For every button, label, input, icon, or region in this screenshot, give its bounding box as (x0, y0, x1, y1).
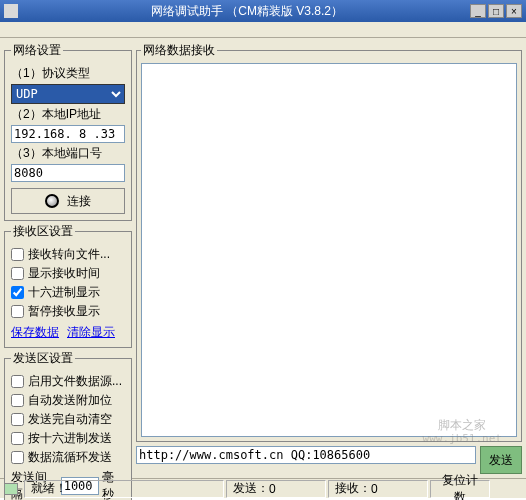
recv-data-group: 网络数据接收 (136, 42, 522, 442)
recv-textarea[interactable] (141, 63, 517, 437)
pause-recv-checkbox[interactable] (11, 305, 24, 318)
send-settings-group: 发送区设置 启用文件数据源... 自动发送附加位 发送完自动清空 按十六进制发送… (4, 350, 132, 500)
send-button[interactable]: 发送 (480, 446, 522, 474)
local-ip-label: （2）本地IP地址 (11, 106, 125, 123)
auto-append-row[interactable]: 自动发送附加位 (11, 392, 125, 409)
window-buttons: _ □ × (470, 4, 522, 18)
auto-clear-row[interactable]: 发送完自动清空 (11, 411, 125, 428)
loop-send-row[interactable]: 数据流循环发送 (11, 449, 125, 466)
status-rx: 接收：0 (328, 480, 428, 498)
connect-button[interactable]: 连接 (11, 188, 125, 214)
send-row: 发送 (136, 446, 522, 474)
maximize-button[interactable]: □ (488, 4, 504, 18)
save-data-link[interactable]: 保存数据 (11, 324, 59, 341)
connect-button-label: 连接 (67, 193, 91, 210)
titlebar: 网络调试助手 （CM精装版 V3.8.2） _ □ × (0, 0, 526, 22)
file-source-row[interactable]: 启用文件数据源... (11, 373, 125, 390)
local-port-label: （3）本地端口号 (11, 145, 125, 162)
send-input[interactable] (136, 446, 476, 464)
file-source-checkbox[interactable] (11, 375, 24, 388)
local-port-input[interactable] (11, 164, 125, 182)
menubar (0, 22, 526, 38)
status-ready: 就绪！ (24, 480, 224, 498)
hex-display-checkbox[interactable] (11, 286, 24, 299)
clear-display-link[interactable]: 清除显示 (67, 324, 115, 341)
close-button[interactable]: × (506, 4, 522, 18)
window-title: 网络调试助手 （CM精装版 V3.8.2） (24, 3, 470, 20)
protocol-label: （1）协议类型 (11, 65, 125, 82)
auto-clear-checkbox[interactable] (11, 413, 24, 426)
hex-send-checkbox[interactable] (11, 432, 24, 445)
recv-settings-legend: 接收区设置 (11, 223, 75, 240)
recv-settings-group: 接收区设置 接收转向文件... 显示接收时间 十六进制显示 暂停接收显示 保存数… (4, 223, 132, 348)
network-settings-group: 网络设置 （1）协议类型 UDP （2）本地IP地址 （3）本地端口号 连接 (4, 42, 132, 221)
hex-send-row[interactable]: 按十六进制发送 (11, 430, 125, 447)
main-area: 网络设置 （1）协议类型 UDP （2）本地IP地址 （3）本地端口号 连接 接… (0, 38, 526, 478)
connect-status-icon (45, 194, 59, 208)
right-panel: 网络数据接收 发送 (136, 42, 522, 474)
recv-data-legend: 网络数据接收 (141, 42, 217, 59)
status-icon (4, 483, 18, 495)
auto-append-checkbox[interactable] (11, 394, 24, 407)
pause-recv-row[interactable]: 暂停接收显示 (11, 303, 125, 320)
protocol-select[interactable]: UDP (11, 84, 125, 104)
loop-send-checkbox[interactable] (11, 451, 24, 464)
show-recv-time-row[interactable]: 显示接收时间 (11, 265, 125, 282)
recv-links: 保存数据 清除显示 (11, 324, 125, 341)
network-settings-legend: 网络设置 (11, 42, 63, 59)
reset-count-button[interactable]: 复位计数 (430, 480, 490, 498)
minimize-button[interactable]: _ (470, 4, 486, 18)
local-ip-input[interactable] (11, 125, 125, 143)
recv-to-file-checkbox[interactable] (11, 248, 24, 261)
status-tx: 发送：0 (226, 480, 326, 498)
statusbar: 就绪！ 发送：0 接收：0 复位计数 (0, 478, 526, 498)
show-recv-time-checkbox[interactable] (11, 267, 24, 280)
recv-to-file-row[interactable]: 接收转向文件... (11, 246, 125, 263)
app-icon (4, 4, 18, 18)
hex-display-row[interactable]: 十六进制显示 (11, 284, 125, 301)
send-settings-legend: 发送区设置 (11, 350, 75, 367)
left-panel: 网络设置 （1）协议类型 UDP （2）本地IP地址 （3）本地端口号 连接 接… (4, 42, 132, 474)
